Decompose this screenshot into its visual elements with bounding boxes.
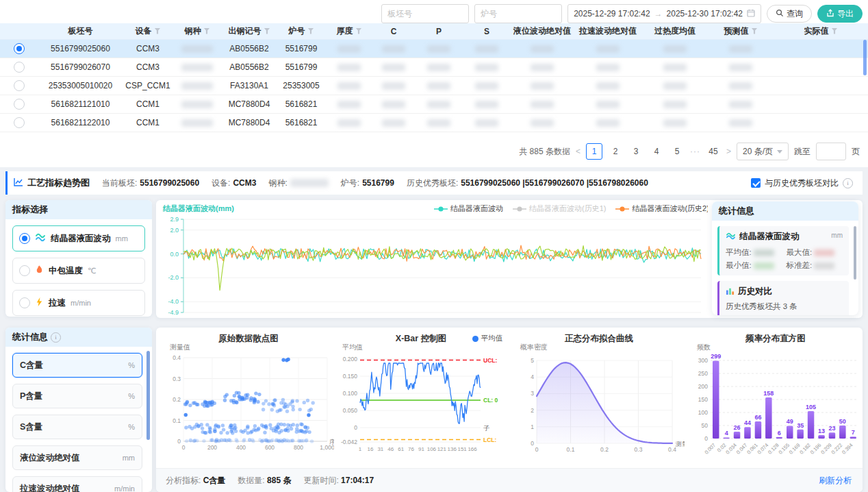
value-cell: [326, 58, 372, 76]
svg-text:4: 4: [531, 373, 534, 380]
indicator-radio[interactable]: [19, 233, 30, 244]
metric-option-4[interactable]: 拉速波动绝对值m/min: [12, 476, 142, 492]
redacted-value: [531, 101, 554, 108]
page-5[interactable]: 5: [669, 144, 685, 159]
trend-legend: 结晶器液面波动结晶器液面波动(历史1)结晶器液面波动(历史2)结晶器液面波动(历…: [434, 204, 708, 214]
svg-text:4: 4: [725, 430, 728, 436]
svg-text:0.209: 0.209: [819, 442, 833, 456]
metric-option-3[interactable]: 液位波动绝对值mm: [12, 445, 142, 470]
next-page-button[interactable]: >: [726, 147, 731, 156]
column-header-1: 设备: [123, 23, 173, 39]
jump-page-input[interactable]: [816, 143, 846, 160]
column-header-10: 拉速波动绝对值: [574, 23, 642, 39]
legend-item-1[interactable]: 结晶器液面波动(历史1): [513, 204, 606, 214]
redacted-value: [475, 45, 498, 53]
row-radio[interactable]: [14, 117, 25, 128]
page-3[interactable]: 3: [628, 144, 643, 159]
query-button[interactable]: 查询: [767, 5, 812, 23]
legend-item-2[interactable]: 结晶器液面波动(历史2): [615, 204, 708, 214]
filter-icon[interactable]: [308, 27, 314, 36]
histogram-svg: 0501001502002503002990.00740.02260.03444…: [690, 351, 861, 471]
svg-text:76: 76: [408, 446, 414, 452]
table-scrollbar[interactable]: [863, 40, 867, 75]
filter-icon[interactable]: [155, 27, 161, 36]
furnace-no-cell: 5516799: [277, 40, 326, 58]
checkbox-checked-icon[interactable]: [751, 178, 761, 188]
page-1[interactable]: 1: [586, 143, 602, 160]
furnace-input[interactable]: [474, 4, 562, 23]
trend-header-bar: 工艺指标趋势图 当前板坯:5516799025060 设备:CCM3 钢种: 炉…: [5, 171, 863, 195]
xbar-legend[interactable]: 平均值: [472, 334, 503, 343]
row-radio[interactable]: [14, 43, 25, 54]
metric-option-1[interactable]: P含量%: [12, 384, 142, 408]
prev-page-button[interactable]: <: [576, 147, 580, 156]
svg-text:13: 13: [818, 428, 825, 434]
indicator-radio[interactable]: [19, 297, 30, 308]
page-2[interactable]: 2: [608, 144, 623, 159]
refresh-analysis-link[interactable]: 刷新分析: [819, 475, 852, 487]
svg-text:0.169: 0.169: [788, 442, 802, 456]
pagination-total: 共 885 条数据: [519, 146, 570, 158]
legend-item-0[interactable]: 结晶器液面波动: [434, 204, 503, 214]
compare-label: 与历史优秀板坯对比: [765, 177, 839, 189]
metric-option-2[interactable]: S含量%: [12, 415, 142, 439]
device-cell: CCM1: [123, 114, 173, 132]
indicator-unit: ℃: [88, 267, 96, 275]
xbar-svg: 0.2000.1500.1000.0500-0.042UCL:CL: 0LCL:…: [335, 351, 507, 459]
stats-panel-title: 统计信息: [712, 201, 858, 221]
scatter-chart: 原始数据散点图 测量值 00.10.20.30.402004006008001,…: [163, 332, 334, 462]
value-cell: [574, 114, 642, 132]
page-45[interactable]: 45: [706, 144, 721, 159]
slab-no-cell: 5616821121010: [38, 95, 123, 113]
indicator-option-1[interactable]: 中包温度℃: [12, 258, 145, 284]
slab-input[interactable]: [381, 4, 469, 23]
table-row[interactable]: 5516799026070CCM3AB0556B25516799: [0, 58, 868, 77]
metric-label: 液位波动绝对值: [20, 452, 80, 464]
trend-section-title: 工艺指标趋势图: [14, 177, 90, 189]
value-cell: [511, 40, 574, 58]
svg-text:106: 106: [427, 446, 437, 452]
value-cell: [372, 95, 415, 113]
info-icon[interactable]: i: [843, 178, 853, 188]
export-button[interactable]: 导出: [817, 5, 863, 23]
filter-icon[interactable]: [356, 27, 362, 36]
filter-icon[interactable]: [752, 27, 758, 36]
filter-icon[interactable]: [264, 27, 270, 36]
compare-toggle[interactable]: 与历史优秀板坯对比 i: [751, 177, 853, 189]
filter-icon[interactable]: [204, 27, 210, 36]
row-radio[interactable]: [14, 62, 25, 73]
indicator-option-2[interactable]: 拉速m/min: [12, 290, 145, 316]
date-range-picker[interactable]: 2025-12-29 17:02:42 → 2025-12-30 17:02:4…: [567, 4, 761, 23]
table-row[interactable]: 5616821121010CCM1MC7880D45616821: [0, 95, 868, 114]
row-radio[interactable]: [14, 99, 25, 110]
indicator-option-0[interactable]: 结晶器液面波动mm: [12, 225, 145, 251]
metric-list-scrollbar[interactable]: [146, 351, 150, 440]
metric-list-panel: 统计信息i C含量%P含量%S含量%液位波动绝对值mm拉速波动绝对值m/min过…: [5, 328, 152, 492]
svg-text:0.4: 0.4: [173, 354, 181, 361]
redacted-value: [531, 82, 554, 90]
indicator-radio[interactable]: [19, 265, 30, 276]
svg-text:91: 91: [418, 446, 424, 452]
page-4[interactable]: 4: [649, 144, 664, 159]
redacted-value: [475, 64, 498, 71]
metric-option-0[interactable]: C含量%: [12, 353, 142, 378]
indicator-label: 中包温度: [49, 265, 83, 277]
filter-bar: 2025-12-29 17:02:42 → 2025-12-30 17:02:4…: [381, 4, 863, 23]
svg-text:子: 子: [483, 424, 490, 432]
redacted-value: [427, 101, 450, 108]
row-radio[interactable]: [14, 80, 25, 91]
table-row[interactable]: 25353005010020CSP_CCM1FA3130A125353005: [0, 77, 868, 95]
stats-scrollbar[interactable]: [854, 226, 856, 280]
redacted-value: [382, 119, 405, 127]
svg-text:-4.0: -4.0: [168, 298, 179, 305]
svg-text:50: 50: [839, 418, 846, 425]
table-row[interactable]: 5616821122010CCM1MC7880D45616821: [0, 114, 868, 132]
value-cell: [463, 40, 511, 58]
info-icon[interactable]: i: [51, 332, 61, 343]
redacted-value: [663, 101, 687, 108]
column-header-2: 钢种: [173, 23, 222, 39]
page-size-select[interactable]: 20 条/页: [737, 143, 789, 160]
table-row[interactable]: 5516799025060CCM3AB0556B25516799: [0, 40, 868, 58]
value-cell: [372, 77, 415, 95]
filter-icon[interactable]: [832, 27, 838, 36]
